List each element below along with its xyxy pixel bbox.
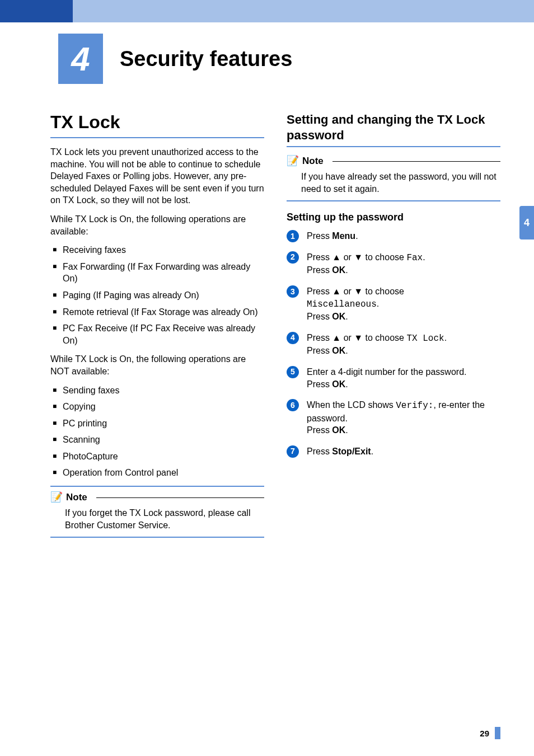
step-text: . [355,231,358,241]
step-text: . [377,299,379,308]
header-bar [0,0,534,22]
step-text: Press [307,425,332,435]
side-tab: 4 [519,206,534,240]
step-bold: OK [332,312,345,321]
step-text: . [345,379,348,389]
step-text: Enter a 4-digit number for the password. [307,367,466,377]
step-text: . [423,252,425,262]
note-label: Note [302,156,324,167]
step-text: . [371,447,373,456]
divider [50,137,264,138]
step-text: . [345,265,348,275]
steps-list: 1 Press Menu. 2 Press ▲ or ▼ to choose F… [287,230,500,457]
list-item: Remote retrieval (If Fax Storage was alr… [50,306,264,318]
step-text: . [345,425,348,435]
step-item: 6 When the LCD shows Verify:, re-enter t… [287,399,500,436]
section-heading-password: Setting and changing the TX Lock passwor… [287,112,500,143]
list-item: Sending faxes [50,384,264,397]
step-code: Verify: [396,401,433,411]
list-item: Scanning [50,434,264,446]
list-item: Operation from Control panel [50,467,264,479]
step-text: Press [307,346,332,355]
step-number-icon: 2 [287,251,299,264]
list-item: Paging (If Paging was already On) [50,289,264,302]
step-text: . [444,333,447,342]
step-bold: OK [332,425,345,435]
step-bold: OK [332,265,345,275]
step-number-icon: 7 [287,445,299,458]
note-icon: 📝 [287,154,299,167]
right-column: Setting and changing the TX Lock passwor… [287,112,500,538]
step-item: 5 Enter a 4-digit number for the passwor… [287,366,500,390]
step-text: When the LCD shows [307,400,396,410]
list-item: Copying [50,401,264,413]
step-text: Press [307,231,332,241]
note-text: If you forget the TX Lock password, plea… [50,507,264,531]
list-item: PC Fax Receive (If PC Fax Receive was al… [50,322,264,346]
step-bold: Stop/Exit [332,447,371,456]
step-text: Press [307,447,332,456]
page-footer: 29 [480,727,500,739]
step-number-icon: 5 [287,366,299,378]
step-text: Press [307,265,332,275]
step-bold: OK [332,379,345,389]
divider [287,146,500,147]
step-text: Press ▲ or ▼ to choose [307,333,406,342]
list-item: Receiving faxes [50,244,264,256]
chapter-number-badge: 4 [58,34,103,84]
section-heading-txlock: TX Lock [50,112,264,133]
subsection-heading: Setting up the password [287,212,500,223]
step-item: 4 Press ▲ or ▼ to choose TX Lock. Press … [287,332,500,357]
step-text: . [345,312,348,321]
footer-accent [495,727,500,739]
chapter-title: Security features [103,34,292,84]
step-code: Fax [406,253,423,263]
step-text: Press [307,379,332,389]
step-number-icon: 3 [287,285,299,298]
step-bold: Menu [332,231,355,241]
intro-paragraph-2: While TX Lock is On, the following opera… [50,213,264,237]
left-column: TX Lock TX Lock lets you prevent unautho… [50,112,264,538]
step-item: 2 Press ▲ or ▼ to choose Fax. Press OK. [287,251,500,276]
note-box: 📝 Note If you forget the TX Lock passwor… [50,486,264,538]
note-icon: 📝 [50,491,63,503]
intro-paragraph-3: While TX Lock is On, the following opera… [50,353,264,377]
not-available-operations-list: Sending faxes Copying PC printing Scanni… [50,384,264,480]
note-rule [332,161,500,162]
chapter-header: 4 Security features [0,34,534,84]
step-code: TX Lock [406,334,444,344]
step-item: 1 Press Menu. [287,230,500,242]
step-number-icon: 4 [287,332,299,344]
step-number-icon: 1 [287,230,299,242]
step-text: Press ▲ or ▼ to choose [307,252,406,262]
intro-paragraph: TX Lock lets you prevent unauthorized ac… [50,146,264,206]
step-number-icon: 6 [287,399,299,411]
step-item: 7 Press Stop/Exit. [287,445,500,458]
note-label: Note [66,492,87,503]
step-bold: OK [332,346,345,355]
step-text: . [345,346,348,355]
note-text: If you have already set the password, yo… [287,171,500,195]
list-item: Fax Forwarding (If Fax Forwarding was al… [50,261,264,285]
step-text: Press [307,312,332,321]
step-item: 3 Press ▲ or ▼ to choose Miscellaneous. … [287,285,500,323]
page-number: 29 [480,729,489,738]
list-item: PC printing [50,417,264,430]
list-item: PhotoCapture [50,450,264,463]
note-rule [96,497,264,498]
available-operations-list: Receiving faxes Fax Forwarding (If Fax F… [50,244,264,346]
step-text: Press ▲ or ▼ to choose [307,287,404,296]
step-code: Miscellaneous [307,299,377,309]
note-box: 📝 Note If you have already set the passw… [287,155,500,201]
